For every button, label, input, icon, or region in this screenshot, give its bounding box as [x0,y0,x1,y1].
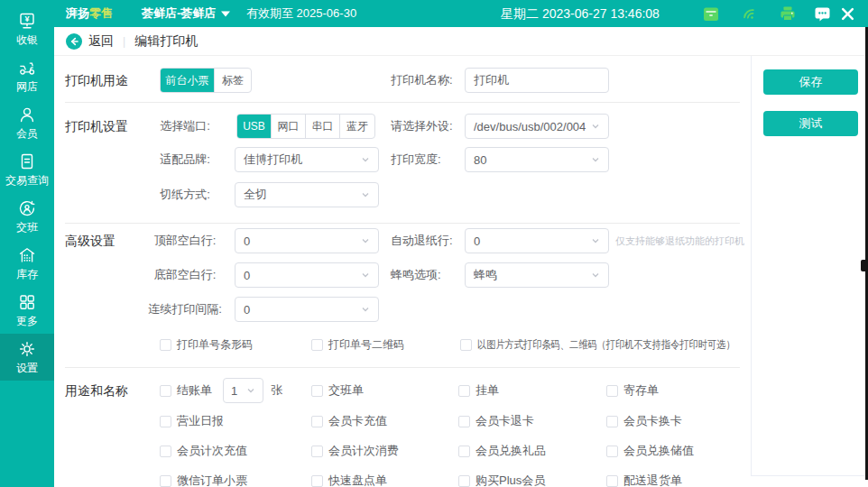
checkbox-box[interactable] [458,385,470,397]
beep-select[interactable]: 蜂鸣 [465,262,609,288]
checkbox-box[interactable] [311,446,323,457]
checkbox-shift-ticket[interactable]: 交班单 [311,378,364,403]
checkbox-plus-member[interactable]: 购买Plus会员 [458,468,545,487]
divider [65,367,740,368]
checkbox-image-print[interactable]: 以图片方式打印条码、二维码（打印机不支持指令打印时可选） [460,332,780,357]
warehouse-icon [17,245,37,265]
checkbox-box[interactable] [160,416,171,427]
svg-text:¥: ¥ [24,14,29,23]
checkbox-wechat-ticket[interactable]: 微信订单小票 [160,468,247,487]
chevron-down-icon [591,155,600,164]
chevron-down-icon [361,305,370,314]
section-label-usage: 打印机用途 [65,68,128,93]
checkbox-box[interactable] [606,475,618,487]
checkbox-quick-inventory[interactable]: 快速盘点单 [311,468,387,487]
back-label[interactable]: 返回 [88,33,114,50]
checkbox-box[interactable] [311,475,323,487]
checkbox-box[interactable] [606,446,618,457]
checkbox-box[interactable] [160,446,171,457]
sidebar-item-online-store[interactable]: 网店 [0,52,54,99]
checkbox-box[interactable] [160,475,171,487]
checkbox-card-replace[interactable]: 会员卡换卡 [606,409,682,434]
cash-drawer-icon[interactable] [703,5,719,23]
printer-usage-segmented: 前台小票 标签 [160,68,252,93]
auto-retract-note: 仅支持能够退纸功能的打印机 [615,228,744,253]
sidebar-item-cashier[interactable]: ¥ 收银 [0,5,54,52]
checkbox-box[interactable] [606,385,618,397]
checkbox-card-refund[interactable]: 会员卡退卡 [458,409,534,434]
cut-select[interactable]: 全切 [235,182,379,207]
usage-option-receipt[interactable]: 前台小票 [161,69,215,92]
checkbox-box[interactable] [160,339,171,351]
checkbox-deposit-ticket[interactable]: 寄存单 [606,378,659,403]
chevron-down-icon [591,236,600,245]
printer-icon[interactable] [780,5,796,22]
brand-select[interactable]: 佳博打印机 [235,147,379,172]
sidebar-item-members[interactable]: 会员 [0,99,54,146]
sidebar-item-shift[interactable]: 交班 [0,193,54,240]
port-option-net[interactable]: 网口 [272,115,306,138]
checkbox-barcode[interactable]: 打印单号条形码 [160,332,253,357]
peripheral-select[interactable]: /dev/bus/usb/002/004 [465,114,609,139]
usage-option-label[interactable]: 标签 [215,69,251,92]
printer-name-input[interactable]: 打印机 [465,68,609,93]
interval-label: 连续打印间隔: [144,297,226,322]
save-button[interactable]: 保存 [763,69,858,95]
sidebar-item-settings[interactable]: 设置 [0,334,54,381]
checkout-count-select[interactable]: 1 [223,378,263,403]
checkbox-box[interactable] [458,475,470,487]
page-header: 返回 | 编辑打印机 [54,27,868,56]
store-dropdown-arrow-icon[interactable] [221,11,230,17]
back-button[interactable] [66,33,82,50]
store-selector[interactable]: 荟鲜店-荟鲜店 [142,0,216,27]
top-blank-label: 顶部空白行: [144,228,226,253]
checkbox-checkout[interactable]: 结账单 [160,378,212,403]
interval-select[interactable]: 0 [235,297,379,322]
checkbox-box[interactable] [458,416,470,427]
checkbox-count-recharge[interactable]: 会员计次充值 [160,438,247,464]
chevron-down-icon [361,155,370,164]
sidebar-item-more[interactable]: 更多 [0,287,54,334]
checkbox-hold-ticket[interactable]: 挂单 [458,378,499,403]
bottom-blank-select[interactable]: 0 [235,262,379,288]
document-icon [17,152,37,171]
checkbox-card-recharge[interactable]: 会员卡充值 [311,409,387,434]
checkbox-count-consume[interactable]: 会员计次消费 [311,438,399,464]
test-button[interactable]: 测试 [763,111,858,136]
cut-label: 切纸方式: [144,182,226,207]
checkbox-box[interactable] [606,416,618,427]
checkbox-box[interactable] [160,385,171,397]
beep-label: 蜂鸣选项: [391,262,441,288]
port-option-bluetooth[interactable]: 蓝牙 [340,115,374,138]
checkbox-redeem-value[interactable]: 会员兑换储值 [606,438,694,464]
checkbox-qrcode[interactable]: 打印单号二维码 [311,332,404,357]
checkbox-delivery-return[interactable]: 配送退货单 [606,468,682,487]
brand-label: 适配品牌: [144,147,226,172]
peripheral-label: 请选择外设: [391,114,453,139]
printer-name-label: 打印机名称: [391,68,453,93]
window-edge-notch [861,260,866,271]
close-icon[interactable] [840,6,855,22]
auto-retract-label: 自动退纸行: [391,228,453,253]
validity-text: 有效期至 2025-06-30 [246,0,356,27]
checkbox-box[interactable] [460,339,472,351]
port-option-serial[interactable]: 串口 [306,115,340,138]
port-option-usb[interactable]: USB [237,115,272,138]
checkbox-box[interactable] [311,339,323,351]
chat-icon[interactable] [814,5,831,23]
checkbox-redeem-gift[interactable]: 会员兑换礼品 [458,438,546,464]
auto-retract-select[interactable]: 0 [465,228,609,253]
checkbox-box[interactable] [311,385,323,397]
checkbox-daily-report[interactable]: 营业日报 [160,409,224,434]
top-blank-select[interactable]: 0 [235,228,379,253]
checkbox-box[interactable] [458,446,470,457]
sidebar-item-inventory[interactable]: 库存 [0,240,54,287]
sidebar-item-transactions[interactable]: 交易查询 [0,146,54,193]
checkbox-box[interactable] [311,416,323,427]
scooter-icon [17,58,37,78]
app-logo: 湃扬零售 [66,0,113,27]
port-segmented: USB 网口 串口 蓝牙 [236,114,375,139]
width-select[interactable]: 80 [465,147,609,172]
datetime-text: 星期二 2023-06-27 13:46:08 [501,0,660,27]
wifi-icon[interactable] [741,5,759,23]
